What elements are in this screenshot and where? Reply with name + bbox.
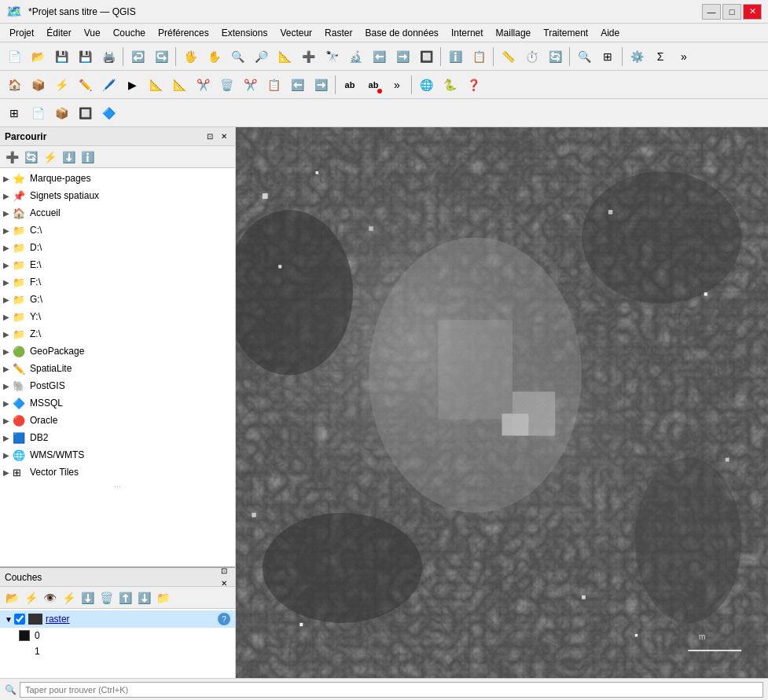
layer-item-raster[interactable]: ▼ raster ? [0,610,235,628]
layers-visibility-button[interactable]: 👁️ [41,589,58,607]
layers-add-button[interactable]: ⚡ [22,589,39,607]
browser-info-button[interactable]: ℹ️ [79,148,96,166]
pan-button[interactable]: 🖐️ [179,46,201,68]
browser-collapse-button[interactable]: ⬇️ [60,148,77,166]
layers-filter-button[interactable]: ⚡ [60,589,77,607]
tree-item-c-drive[interactable]: ▶ 📁 C:\ [0,222,235,239]
edit-toggle-button[interactable]: ⚡ [50,74,72,96]
layer-raster-label[interactable]: raster [46,614,70,625]
tree-item-z-drive[interactable]: ▶ 📁 Z:\ [0,325,235,343]
tree-item-mssql[interactable]: ▶ 🔷 MSSQL [0,394,235,412]
menu-internet[interactable]: Internet [445,26,490,40]
tree-item-postgis[interactable]: ▶ 🐘 PostGIS [0,377,235,394]
menu-raster[interactable]: Raster [318,26,358,40]
layers-remove-button[interactable]: 🗑️ [97,589,115,607]
edit-node-button[interactable]: ✂️ [192,74,214,96]
identify-button[interactable]: ℹ️ [444,46,466,68]
zoom-rubber-button[interactable]: 📐 [274,46,296,68]
browser-close-button[interactable]: ✕ [218,130,230,143]
layer-help-button[interactable]: ? [218,613,230,625]
select-all-button[interactable]: ⊞ [3,102,25,124]
map-area[interactable]: m [236,127,768,678]
menu-vue[interactable]: Vue [78,26,107,40]
tree-item-spatial-bookmarks[interactable]: ▶ 📌 Signets spatiaux [0,187,235,204]
tree-item-y-drive[interactable]: ▶ 📁 Y:\ [0,308,235,325]
digitize-button[interactable]: 🏠 [3,74,25,96]
layer-temp-button[interactable]: 🔷 [97,102,119,124]
zoom-next-button[interactable]: ➡️ [391,46,413,68]
delete-button[interactable]: 🗑️ [215,74,237,96]
identify2-button[interactable]: 📋 [468,46,490,68]
sigma-button[interactable]: Σ [649,46,671,68]
tree-item-wms[interactable]: ▶ 🌐 WMS/WMTS [0,446,235,464]
zoom-in-button[interactable]: 🔍 [226,46,248,68]
layers-move-up-button[interactable]: ⬆️ [116,589,134,607]
layer-expand-arrow[interactable]: ▼ [5,615,13,624]
zoom-native-button[interactable]: 🔲 [415,46,437,68]
layer-filter-button[interactable]: 📦 [50,102,72,124]
more-button[interactable]: » [673,46,695,68]
zoom-full-button[interactable]: ➕ [297,46,319,68]
zoom-selected-button[interactable]: 🔬 [344,46,366,68]
tree-item-f-drive[interactable]: ▶ 📁 F:\ [0,273,235,291]
close-button[interactable]: ✕ [743,4,762,20]
locator-button[interactable]: 🔍 [573,46,595,68]
tree-item-geopackage[interactable]: ▶ 🟢 GeoPackage [0,343,235,360]
redo-edit-button[interactable]: ➡️ [310,74,332,96]
label-button[interactable]: ab [339,74,361,96]
cut-button[interactable]: ✂️ [239,74,261,96]
browser-refresh-button[interactable]: 🔄 [22,148,39,166]
web-button[interactable]: 🌐 [415,74,437,96]
tree-item-oracle[interactable]: ▶ 🔴 Oracle [0,412,235,429]
zoom-last-button[interactable]: ⬅️ [368,46,390,68]
minimize-button[interactable]: — [702,4,721,20]
menu-projet[interactable]: Projet [3,26,40,40]
tree-item-d-drive[interactable]: ▶ 📁 D:\ [0,239,235,256]
measure-line-button[interactable]: 📏 [497,46,519,68]
open-project-button[interactable]: 📂 [27,46,49,68]
label2-button[interactable]: ab [362,74,384,96]
menu-preferences[interactable]: Préférences [152,26,215,40]
undo-edit-button[interactable]: ⬅️ [286,74,308,96]
search-input[interactable] [20,682,763,698]
menu-traitement[interactable]: Traitement [537,26,594,40]
tree-item-e-drive[interactable]: ▶ 📁 E:\ [0,256,235,273]
tile-button[interactable]: ⊞ [597,46,619,68]
menu-extensions[interactable]: Extensions [215,26,274,40]
draw-point-button[interactable]: ✏️ [74,74,96,96]
redo-button[interactable]: ↪️ [150,46,172,68]
layers-open-button[interactable]: 📂 [3,589,20,607]
print-button[interactable]: 🖨️ [97,46,119,68]
tree-item-g-drive[interactable]: ▶ 📁 G:\ [0,291,235,308]
browser-float-button[interactable]: ⊡ [204,130,216,143]
pan-to-button[interactable]: ✋ [203,46,225,68]
copy-button[interactable]: 📋 [263,74,285,96]
layer-style-button[interactable]: 📄 [27,102,49,124]
menu-aide[interactable]: Aide [594,26,626,40]
undo-button[interactable]: ↩️ [127,46,149,68]
draw-line-button[interactable]: 🖊️ [97,74,119,96]
menu-vecteur[interactable]: Vecteur [274,26,318,40]
menu-maillage[interactable]: Maillage [490,26,538,40]
save-project-button[interactable]: 💾 [50,46,72,68]
plugin1-button[interactable]: ⚙️ [626,46,648,68]
layers-expand-button[interactable]: ⬇️ [79,589,96,607]
layer-visibility-checkbox[interactable] [14,614,25,625]
menu-base-donnees[interactable]: Base de données [358,26,444,40]
tree-item-db2[interactable]: ▶ 🟦 DB2 [0,429,235,446]
menu-couche[interactable]: Couche [107,26,152,40]
draw-poly-button[interactable]: ▶ [121,74,143,96]
layers-group-button[interactable]: 📁 [154,589,171,607]
layer-spatial-button[interactable]: 🔲 [74,102,96,124]
digitize2-button[interactable]: 📦 [27,74,49,96]
browser-add-button[interactable]: ➕ [3,148,20,166]
menu-editer[interactable]: Éditer [40,26,77,40]
zoom-out-button[interactable]: 🔎 [250,46,272,68]
timer-button[interactable]: ⏱️ [520,46,542,68]
tree-item-vector-tiles[interactable]: ▶ ⊞ Vector Tiles [0,464,235,481]
maximize-button[interactable]: □ [722,4,741,20]
tree-item-home[interactable]: ▶ 🏠 Accueil [0,204,235,222]
refresh-button[interactable]: 🔄 [544,46,566,68]
zoom-layer-button[interactable]: 🔭 [321,46,343,68]
more2-button[interactable]: » [386,74,408,96]
